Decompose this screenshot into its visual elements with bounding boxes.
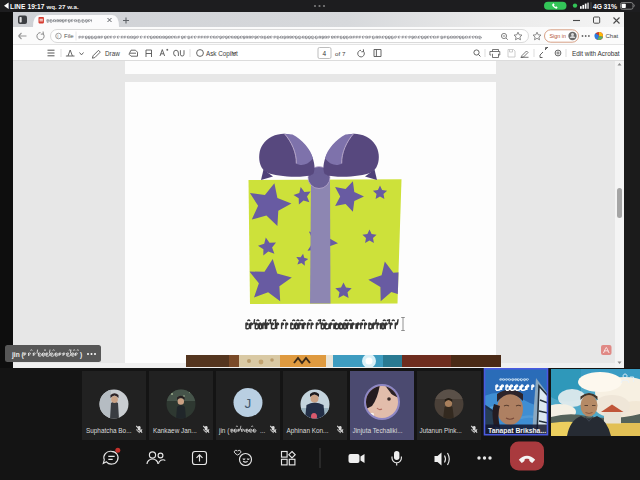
svg-text:...: ... — [260, 427, 266, 434]
svg-text:Aphinan Kon...: Aphinan Kon... — [287, 427, 329, 435]
svg-text:Kankaew Jan...: Kankaew Jan... — [153, 427, 197, 434]
svg-text:Sign in: Sign in — [550, 33, 566, 39]
svg-text:of 7: of 7 — [335, 50, 346, 57]
svg-text:Edit with Acrobat: Edit with Acrobat — [572, 50, 620, 57]
svg-text:4G: 4G — [593, 3, 602, 10]
svg-text:File: File — [64, 33, 74, 39]
svg-text:31%: 31% — [604, 3, 618, 10]
svg-text:jin (: jin ( — [218, 427, 230, 435]
svg-text:jin (: jin ( — [11, 350, 25, 358]
svg-text:): ) — [80, 350, 82, 358]
svg-text:4: 4 — [323, 50, 327, 57]
svg-text:LINE: LINE — [10, 3, 26, 10]
svg-text:Jinjuta Techaliki...: Jinjuta Techaliki... — [353, 427, 403, 435]
svg-text:wq. 27 w.a.: wq. 27 w.a. — [46, 3, 79, 10]
svg-text:19:17: 19:17 — [28, 3, 45, 10]
svg-text:Chat: Chat — [606, 33, 619, 39]
svg-text:Suphatcha Bo...: Suphatcha Bo... — [86, 427, 132, 435]
svg-text:J: J — [245, 396, 252, 411]
svg-text:Ask Copilot: Ask Copilot — [206, 50, 238, 58]
svg-text:i: i — [57, 33, 58, 39]
svg-text:Jutanun Pink...: Jutanun Pink... — [420, 427, 463, 434]
svg-text:Tanapat Briksha...: Tanapat Briksha... — [488, 427, 546, 435]
svg-text:Draw: Draw — [105, 50, 120, 57]
